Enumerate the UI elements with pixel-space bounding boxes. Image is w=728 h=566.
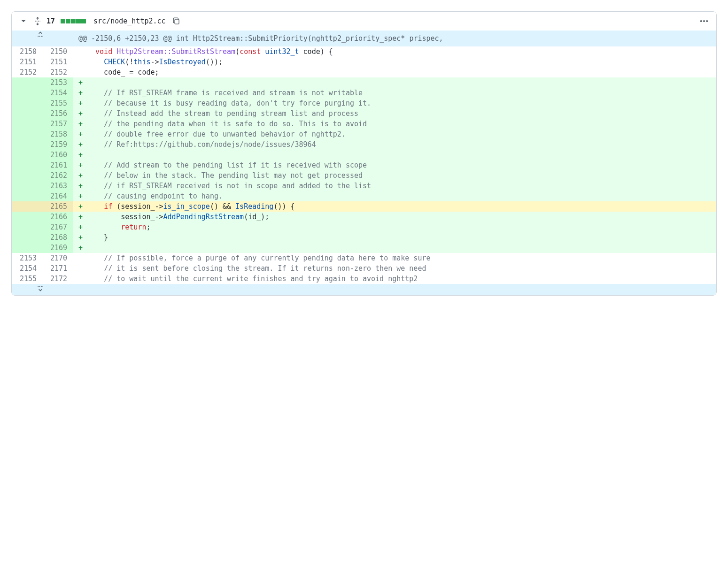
new-line-number[interactable]: 2151 xyxy=(42,57,73,67)
old-line-number[interactable] xyxy=(12,170,42,181)
hunk-header-row: @@ -2150,6 +2150,23 @@ int Http2Stream::… xyxy=(12,31,716,46)
new-line-number[interactable]: 2164 xyxy=(42,191,73,201)
new-line-number[interactable]: 2166 xyxy=(42,212,73,222)
old-line-number[interactable] xyxy=(12,222,42,232)
code-content: + if (session_->is_in_scope() && IsReadi… xyxy=(73,201,716,212)
code-content: + // Ref:https://github.com/nodejs/node/… xyxy=(73,139,716,150)
old-line-number[interactable]: 2151 xyxy=(12,57,42,67)
new-line-number[interactable]: 2163 xyxy=(42,181,73,191)
new-line-number[interactable]: 2160 xyxy=(42,150,73,160)
old-line-number[interactable] xyxy=(12,139,42,150)
code-content: + // If RST_STREAM frame is received and… xyxy=(73,88,716,98)
diff-line: 2164+ // causing endpoint to hang. xyxy=(12,191,716,201)
old-line-number[interactable] xyxy=(12,129,42,139)
new-line-number[interactable]: 2159 xyxy=(42,139,73,150)
hunk-footer xyxy=(73,284,716,295)
new-line-number[interactable]: 2153 xyxy=(42,77,73,88)
code-content: // it is sent before closing the stream.… xyxy=(73,263,716,274)
diff-line: 2163+ // if RST_STREAM received is not i… xyxy=(12,181,716,191)
diff-line: 21532170 // If possible, force a purge o… xyxy=(12,253,716,263)
diff-line: 21512151 CHECK(!this->IsDestroyed()); xyxy=(12,57,716,67)
svg-rect-0 xyxy=(175,19,179,24)
new-line-number[interactable]: 2150 xyxy=(42,46,73,57)
old-line-number[interactable]: 2153 xyxy=(12,253,42,263)
new-line-number[interactable]: 2172 xyxy=(42,274,73,284)
old-line-number[interactable] xyxy=(12,119,42,129)
code-content: + // Instead add the stream to pending s… xyxy=(73,108,716,119)
diff-line: 2156+ // Instead add the stream to pendi… xyxy=(12,108,716,119)
diff-line: 2158+ // double free error due to unwant… xyxy=(12,129,716,139)
new-line-number[interactable]: 2157 xyxy=(42,119,73,129)
old-line-number[interactable] xyxy=(12,181,42,191)
old-line-number[interactable]: 2155 xyxy=(12,274,42,284)
new-line-number[interactable]: 2152 xyxy=(42,67,73,77)
expand-down-button[interactable] xyxy=(12,284,73,295)
diff-line: 2167+ return; xyxy=(12,222,716,232)
diff-line: 2159+ // Ref:https://github.com/nodejs/n… xyxy=(12,139,716,150)
diffstat-added-block xyxy=(76,19,81,23)
new-line-number[interactable]: 2158 xyxy=(42,129,73,139)
file-header: 17 src/node_http2.cc xyxy=(12,12,716,31)
new-line-number[interactable]: 2155 xyxy=(42,98,73,108)
diff-line: 2154+ // If RST_STREAM frame is received… xyxy=(12,88,716,98)
code-content: void Http2Stream::SubmitRstStream(const … xyxy=(73,46,716,57)
code-content: + // Add stream to the pending list if i… xyxy=(73,160,716,170)
diff-line: 2153+ xyxy=(12,77,716,88)
old-line-number[interactable] xyxy=(12,88,42,98)
old-line-number[interactable] xyxy=(12,243,42,253)
new-line-number[interactable]: 2171 xyxy=(42,263,73,274)
code-content: CHECK(!this->IsDestroyed()); xyxy=(73,57,716,67)
new-line-number[interactable]: 2154 xyxy=(42,88,73,98)
code-content: // If possible, force a purge of any cur… xyxy=(73,253,716,263)
code-content: + // if RST_STREAM received is not in sc… xyxy=(73,181,716,191)
new-line-number[interactable]: 2156 xyxy=(42,108,73,119)
diff-line: 2157+ // the pending data when it is saf… xyxy=(12,119,716,129)
diffstat-count[interactable]: 17 xyxy=(46,17,55,25)
new-line-number[interactable]: 2167 xyxy=(42,222,73,232)
diffstat-added-block xyxy=(81,19,86,23)
old-line-number[interactable] xyxy=(12,212,42,222)
diff-line: 21542171 // it is sent before closing th… xyxy=(12,263,716,274)
old-line-number[interactable] xyxy=(12,108,42,119)
new-line-number[interactable]: 2170 xyxy=(42,253,73,263)
diff-line: 2160+ xyxy=(12,150,716,160)
old-line-number[interactable] xyxy=(12,232,42,243)
chevron-down-icon[interactable] xyxy=(19,17,28,25)
code-content: + // double free error due to unwanted b… xyxy=(73,129,716,139)
old-line-number[interactable] xyxy=(12,160,42,170)
old-line-number[interactable]: 2154 xyxy=(12,263,42,274)
new-line-number[interactable]: 2169 xyxy=(42,243,73,253)
old-line-number[interactable]: 2150 xyxy=(12,46,42,57)
old-line-number[interactable] xyxy=(12,150,42,160)
new-line-number[interactable]: 2161 xyxy=(42,160,73,170)
copy-icon[interactable] xyxy=(172,17,181,25)
file-path[interactable]: src/node_http2.cc xyxy=(93,17,166,25)
code-content: + // below in the stack. The pending lis… xyxy=(73,170,716,181)
old-line-number[interactable] xyxy=(12,98,42,108)
diff-line: 2168+ } xyxy=(12,232,716,243)
code-content: + return; xyxy=(73,222,716,232)
diff-file: 17 src/node_http2.cc xyxy=(11,11,717,296)
new-line-number[interactable]: 2165 xyxy=(42,201,73,212)
old-line-number[interactable] xyxy=(12,201,42,212)
diff-line: 2165+ if (session_->is_in_scope() && IsR… xyxy=(12,201,716,212)
diff-line: 21522152 code_ = code; xyxy=(12,67,716,77)
expand-up-button[interactable] xyxy=(12,31,73,46)
code-content: + } xyxy=(73,232,716,243)
svg-point-2 xyxy=(703,20,705,22)
code-content: + xyxy=(73,150,716,160)
diff-line: 2166+ session_->AddPendingRstStream(id_)… xyxy=(12,212,716,222)
code-content: + session_->AddPendingRstStream(id_); xyxy=(73,212,716,222)
svg-point-3 xyxy=(706,20,708,22)
old-line-number[interactable]: 2152 xyxy=(12,67,42,77)
old-line-number[interactable] xyxy=(12,191,42,201)
code-content: + // because it is busy reading data, do… xyxy=(73,98,716,108)
expand-all-icon[interactable] xyxy=(33,17,42,25)
new-line-number[interactable]: 2168 xyxy=(42,232,73,243)
new-line-number[interactable]: 2162 xyxy=(42,170,73,181)
code-content: code_ = code; xyxy=(73,67,716,77)
old-line-number[interactable] xyxy=(12,77,42,88)
code-content: + // causing endpoint to hang. xyxy=(73,191,716,201)
diffstat-added-block xyxy=(61,19,65,23)
more-options-icon[interactable] xyxy=(699,16,709,26)
